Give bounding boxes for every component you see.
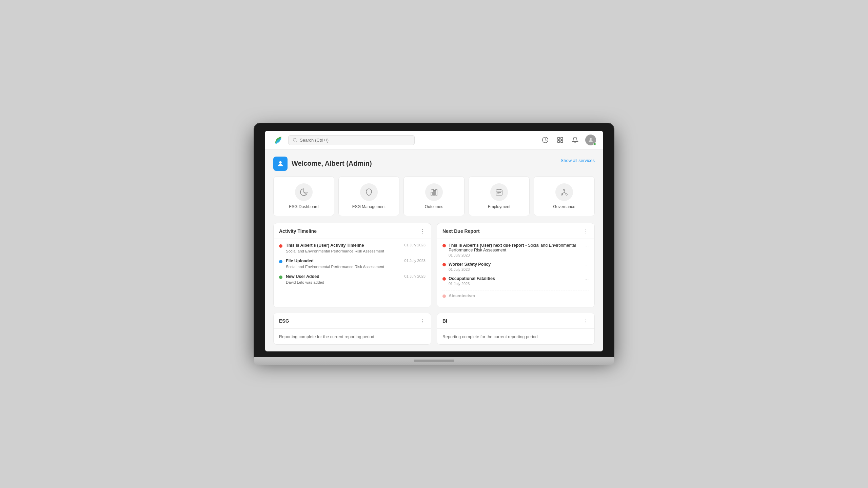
next-due-report-header: Next Due Report ⋮ <box>437 223 594 239</box>
welcome-icon <box>273 157 288 171</box>
header-icons <box>540 135 596 145</box>
esg-management-icon <box>360 183 378 201</box>
esg-bottom-widget-menu[interactable]: ⋮ <box>420 318 426 324</box>
welcome-row: Welcome, Albert (Admin) Show all service… <box>273 157 595 171</box>
timeline-content-2: New User Added 01 July 2023 David Lelo w… <box>286 274 426 285</box>
laptop-notch <box>414 360 454 362</box>
report-name-2: Occupational Fatalities <box>449 276 582 281</box>
report-menu-2[interactable]: ··· <box>585 276 589 282</box>
report-dot-3 <box>442 294 446 298</box>
activity-timeline-menu[interactable]: ⋮ <box>420 228 426 235</box>
report-content-0: This is Albert's (User) next due report … <box>449 243 582 257</box>
activity-timeline-title: Activity Timeline <box>279 228 317 234</box>
bi-bottom-widget-body: Reporting complete for the current repor… <box>437 329 594 344</box>
widgets-row: Activity Timeline ⋮ This is Albert's (Us… <box>273 223 595 307</box>
timeline-date-1: 01 July 2023 <box>405 259 426 263</box>
esg-dashboard-icon <box>295 183 313 201</box>
report-item-2: Occupational Fatalities 01 July 2023 ··· <box>442 276 589 286</box>
employment-icon <box>490 183 508 201</box>
svg-rect-3 <box>561 138 563 140</box>
report-name-0: This is Albert's (User) next due report … <box>449 243 582 252</box>
avatar-status-dot <box>593 143 596 145</box>
esg-bottom-widget: ESG ⋮ Reporting complete for the current… <box>273 313 431 345</box>
timeline-top-1: File Uploaded 01 July 2023 <box>286 259 426 263</box>
timeline-content-0: This is Albert's (User) Activity Timelin… <box>286 243 426 254</box>
welcome-section: Welcome, Albert (Admin) <box>273 157 372 171</box>
esg-management-label: ESG Management <box>352 204 386 209</box>
activity-timeline-body: This is Albert's (User) Activity Timelin… <box>274 239 431 294</box>
bi-bottom-widget-title: BI <box>442 318 447 324</box>
timeline-top-0: This is Albert's (User) Activity Timelin… <box>286 243 426 248</box>
bottom-widgets-row: ESG ⋮ Reporting complete for the current… <box>273 313 595 345</box>
avatar[interactable] <box>585 135 596 145</box>
bi-bottom-widget-header: BI ⋮ <box>437 313 594 329</box>
bi-bottom-widget-text: Reporting complete for the current repor… <box>442 334 538 339</box>
timeline-content-1: File Uploaded 01 July 2023 Social and En… <box>286 259 426 269</box>
svg-line-19 <box>564 192 567 194</box>
report-content-1: Worker Safety Policy 01 July 2023 <box>449 262 582 271</box>
report-menu-1[interactable]: ··· <box>585 262 589 267</box>
esg-dashboard-label: ESG Dashboard <box>289 204 318 209</box>
history-icon[interactable] <box>540 135 550 145</box>
app-logo[interactable] <box>272 134 284 146</box>
laptop-wrapper: Welcome, Albert (Admin) Show all service… <box>254 123 614 365</box>
laptop-screen: Welcome, Albert (Admin) Show all service… <box>265 131 603 351</box>
esg-bottom-widget-body: Reporting complete for the current repor… <box>274 329 431 344</box>
search-input[interactable] <box>300 138 410 143</box>
report-date-0: 01 July 2023 <box>449 253 582 257</box>
timeline-item-0: This is Albert's (User) Activity Timelin… <box>279 243 426 254</box>
svg-point-6 <box>590 138 592 140</box>
timeline-event-0: This is Albert's (User) Activity Timelin… <box>286 243 364 248</box>
report-name-3: Absenteeism <box>449 293 589 298</box>
svg-point-16 <box>566 194 567 195</box>
timeline-event-2: New User Added <box>286 274 319 279</box>
svg-point-0 <box>293 138 296 141</box>
service-card-outcomes[interactable]: Outcomes <box>403 176 465 216</box>
report-item-0: This is Albert's (User) next due report … <box>442 243 589 257</box>
timeline-dot-2 <box>279 276 282 279</box>
service-card-esg-management[interactable]: ESG Management <box>338 176 399 216</box>
bi-bottom-widget-menu[interactable]: ⋮ <box>583 318 589 324</box>
report-dot-0 <box>442 244 446 247</box>
timeline-dot-1 <box>279 260 282 263</box>
activity-timeline-header: Activity Timeline ⋮ <box>274 223 431 239</box>
svg-rect-5 <box>561 141 563 143</box>
service-card-governance[interactable]: Governance <box>534 176 595 216</box>
report-date-2: 01 July 2023 <box>449 282 582 286</box>
report-menu-0[interactable]: ··· <box>585 243 589 248</box>
grid-icon[interactable] <box>555 135 565 145</box>
svg-line-18 <box>562 192 564 194</box>
svg-point-7 <box>279 161 281 163</box>
report-dot-2 <box>442 277 446 281</box>
header <box>265 131 603 150</box>
report-date-1: 01 July 2023 <box>449 267 582 271</box>
svg-rect-8 <box>431 192 432 195</box>
app-container: Welcome, Albert (Admin) Show all service… <box>265 131 603 351</box>
search-bar[interactable] <box>288 135 415 145</box>
timeline-sub-0: Social and Environmental Performance Ris… <box>286 248 426 254</box>
service-card-employment[interactable]: Employment <box>469 176 530 216</box>
report-item-3: Absenteeism <box>442 290 589 298</box>
timeline-sub-1: Social and Environmental Performance Ris… <box>286 264 426 269</box>
esg-bottom-widget-text: Reporting complete for the current repor… <box>279 334 374 339</box>
service-card-esg-dashboard[interactable]: ESG Dashboard <box>273 176 334 216</box>
report-dot-1 <box>442 263 446 266</box>
svg-point-14 <box>564 189 565 190</box>
show-all-services-link[interactable]: Show all services <box>561 158 595 163</box>
report-content-2: Occupational Fatalities 01 July 2023 <box>449 276 582 286</box>
timeline-item-2: New User Added 01 July 2023 David Lelo w… <box>279 274 426 285</box>
main-content: Welcome, Albert (Admin) Show all service… <box>265 150 603 351</box>
timeline-event-1: File Uploaded <box>286 259 314 263</box>
welcome-title: Welcome, Albert (Admin) <box>292 160 372 167</box>
outcomes-icon <box>425 183 443 201</box>
notification-icon[interactable] <box>570 135 580 145</box>
svg-rect-9 <box>433 190 435 195</box>
report-content-3: Absenteeism <box>449 293 589 298</box>
outcomes-label: Outcomes <box>425 204 443 209</box>
next-due-report-menu[interactable]: ⋮ <box>583 228 589 235</box>
search-icon <box>293 138 297 142</box>
timeline-item-1: File Uploaded 01 July 2023 Social and En… <box>279 259 426 269</box>
esg-bottom-widget-header: ESG ⋮ <box>274 313 431 329</box>
timeline-date-0: 01 July 2023 <box>405 243 426 247</box>
esg-bottom-widget-title: ESG <box>279 318 289 324</box>
